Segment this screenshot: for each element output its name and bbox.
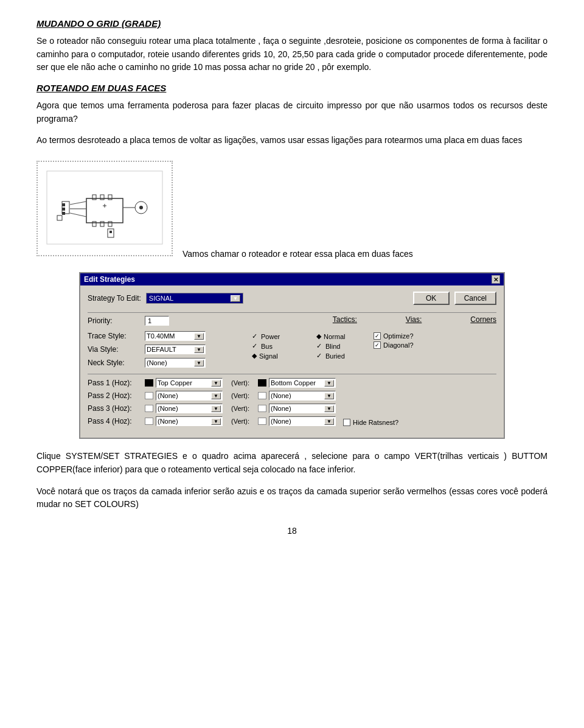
corners-optimize-checkbox[interactable]: ✓	[374, 332, 381, 340]
page-number: 18	[36, 526, 548, 536]
pass4-hoz-color	[145, 418, 153, 425]
section2-body2: Ao termos desroteado a placa temos de vo…	[36, 134, 548, 147]
hide-ratsnest-row: Hide Ratsnest?	[343, 419, 398, 426]
pass3-vert-value: (None)	[271, 405, 291, 412]
tactics-power-item: ✓ Power	[252, 332, 313, 340]
section2-title: ROTEANDO EM DUAS FACES	[36, 83, 548, 93]
corners-diagonal-label: Diagonal?	[383, 341, 414, 349]
pass3-vert-arrow: ▼	[324, 405, 334, 412]
pass1-vert-color	[258, 379, 266, 387]
hide-ratsnest-label: Hide Ratsnest?	[353, 419, 398, 426]
pass2-hoz-color	[145, 392, 153, 399]
pass4-hoz-arrow: ▼	[211, 418, 221, 425]
pass3-row: Pass 3 (Hoz): (None) ▼ (Vert): (None) ▼	[88, 404, 496, 413]
vias-normal-diamond: ◆	[316, 332, 321, 340]
tactics-bus-check: ✓	[252, 342, 257, 350]
pass4-hoz-value: (None)	[158, 418, 178, 425]
pass2-label: Pass 2 (Hoz):	[88, 391, 142, 400]
pass3-vert-label: (Vert):	[231, 405, 255, 412]
vias-normal-item: ◆ Normal	[316, 332, 367, 340]
pass1-hoz-color	[145, 379, 153, 387]
pass3-label: Pass 3 (Hoz):	[88, 404, 142, 413]
pass4-vert-select[interactable]: (None) ▼	[269, 416, 336, 426]
svg-rect-18	[109, 231, 112, 233]
pass2-hoz-arrow: ▼	[211, 393, 221, 399]
strategy-value: SIGNAL	[149, 295, 173, 302]
edit-strategies-dialog: Edit Strategies ✕ Strategy To Edit: SIGN…	[79, 272, 505, 439]
pass3-hoz-color	[145, 405, 153, 412]
tactics-power-label: Power	[261, 333, 280, 340]
pass2-vert-arrow: ▼	[324, 393, 334, 399]
svg-rect-3	[62, 208, 65, 211]
corners-header: Corners	[470, 315, 496, 324]
vias-blind-label: Blind	[325, 343, 340, 350]
pass1-vert-value: Bottom Copper	[271, 379, 316, 387]
separator2	[88, 374, 496, 374]
dialog-titlebar: Edit Strategies ✕	[80, 273, 504, 285]
neck-style-label: Neck Style:	[88, 359, 142, 367]
corners-optimize-label: Optimize?	[383, 332, 414, 340]
vias-buried-label: Buried	[325, 352, 345, 360]
pass3-vert-select[interactable]: (None) ▼	[269, 404, 336, 413]
pass1-vert-select[interactable]: Bottom Copper ▼	[269, 378, 336, 388]
pass3-hoz-select[interactable]: (None) ▼	[156, 404, 223, 413]
section3-body1: Clique SYSTEM/SET STRATEGIES e o quadro …	[36, 450, 548, 476]
tactics-bus-item: ✓ Bus	[252, 342, 313, 350]
pass4-vert-label: (Vert):	[231, 418, 255, 425]
tactics-signal-diamond: ◆	[252, 352, 257, 360]
tactics-header: Tactics:	[333, 315, 357, 324]
tactics-signal-item: ◆ Signal	[252, 352, 313, 360]
neck-style-value: (None)	[147, 359, 167, 366]
section2-caption: Vamos chamar o roteador e rotear essa pl…	[182, 248, 548, 261]
section1-title: MUDANDO O GRID (GRADE)	[36, 18, 548, 29]
pass2-hoz-value: (None)	[158, 392, 178, 399]
pass3-hoz-arrow: ▼	[211, 405, 221, 412]
trace-style-select[interactable]: T0.40MM ▼	[145, 331, 206, 341]
svg-rect-2	[62, 203, 65, 206]
via-style-select[interactable]: DEFAULT ▼	[145, 345, 206, 354]
corners-diagonal-item: ✓ Diagonal?	[374, 341, 428, 349]
vias-buried-check: ✓	[316, 352, 322, 360]
pass3-hoz-value: (None)	[158, 405, 178, 412]
pass4-vert-value: (None)	[271, 418, 291, 425]
pass2-row: Pass 2 (Hoz): (None) ▼ (Vert): (None) ▼	[88, 391, 496, 401]
pass-rows: Pass 1 (Hoz): Top Copper ▼ (Vert): Botto…	[88, 378, 496, 426]
pass4-hoz-select[interactable]: (None) ▼	[156, 416, 223, 426]
corners-diagonal-checkbox[interactable]: ✓	[374, 341, 381, 349]
pass2-vert-value: (None)	[271, 392, 291, 399]
strategy-label: Strategy To Edit:	[88, 294, 141, 303]
section3-body2: Você notará que os traços da camada infe…	[36, 485, 548, 511]
vias-buried-item: ✓ Buried	[316, 352, 367, 360]
pass1-label: Pass 1 (Hoz):	[88, 379, 142, 387]
cancel-button[interactable]: Cancel	[454, 292, 496, 305]
pass2-vert-select[interactable]: (None) ▼	[269, 391, 336, 401]
pass1-row: Pass 1 (Hoz): Top Copper ▼ (Vert): Botto…	[88, 378, 496, 388]
pass4-label: Pass 4 (Hoz):	[88, 417, 142, 425]
pass2-hoz-select[interactable]: (None) ▼	[156, 391, 223, 401]
ok-button[interactable]: OK	[413, 292, 450, 305]
dialog-close-button[interactable]: ✕	[492, 275, 500, 284]
priority-label: Priority:	[88, 317, 142, 325]
separator1	[88, 312, 496, 313]
svg-point-15	[139, 206, 143, 209]
tactics-bus-label: Bus	[261, 343, 273, 350]
via-style-label: Via Style:	[88, 345, 142, 354]
corners-optimize-item: ✓ Optimize?	[374, 332, 428, 340]
pass1-hoz-value: Top Copper	[158, 379, 192, 387]
pcb-diagram-container	[36, 161, 173, 256]
trace-style-arrow: ▼	[194, 333, 204, 340]
vias-blind-item: ✓ Blind	[316, 342, 367, 350]
neck-style-select[interactable]: (None) ▼	[145, 358, 206, 368]
trace-style-label: Trace Style:	[88, 332, 142, 340]
pass4-vert-arrow: ▼	[324, 418, 334, 425]
vias-normal-label: Normal	[324, 333, 345, 340]
pass1-hoz-arrow: ▼	[211, 380, 221, 387]
vias-blind-check: ✓	[316, 342, 322, 350]
pass4-vert-color	[258, 418, 266, 425]
strategy-dropdown[interactable]: SIGNAL ▼	[146, 293, 243, 304]
tactics-signal-label: Signal	[259, 352, 278, 360]
hide-ratsnest-checkbox[interactable]	[343, 419, 350, 426]
pass1-hoz-select[interactable]: Top Copper ▼	[156, 378, 223, 388]
priority-input[interactable]	[145, 316, 169, 326]
vias-header: Vias:	[406, 315, 422, 324]
